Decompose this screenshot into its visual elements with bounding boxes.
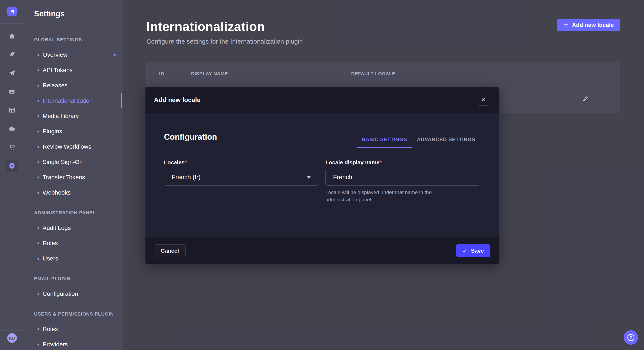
configuration-header-row: Configuration BASIC SETTINGS ADVANCED SE… [164,113,480,148]
close-button[interactable]: ✕ [478,94,489,106]
display-name-field: Locale display name* Locale will be disp… [326,159,480,203]
tab-basic-settings[interactable]: BASIC SETTINGS [357,137,412,148]
add-locale-modal: Add new locale ✕ Configuration BASIC SET… [146,87,499,264]
tab-advanced-settings[interactable]: ADVANCED SETTINGS [412,137,480,148]
locales-field: Locales* French (fr) [164,159,319,203]
display-name-input[interactable] [326,169,480,186]
close-icon: ✕ [481,97,486,103]
caret-down-icon [306,176,311,179]
configuration-title: Configuration [164,133,217,148]
display-name-label: Locale display name* [326,159,480,166]
settings-tabs: BASIC SETTINGS ADVANCED SETTINGS [357,137,480,148]
required-asterisk: * [185,159,187,166]
locales-label: Locales* [164,159,319,166]
locales-select[interactable]: French (fr) [164,169,319,186]
check-icon: ✓ [462,247,468,254]
required-asterisk: * [380,159,382,166]
modal-body: Configuration BASIC SETTINGS ADVANCED SE… [146,113,499,237]
cancel-button[interactable]: Cancel [154,244,186,257]
modal-footer: Cancel ✓ Save [146,237,499,264]
save-button[interactable]: ✓ Save [456,244,490,257]
modal-title: Add new locale [154,96,200,104]
locales-select-value: French (fr) [172,174,200,181]
display-name-hint: Locale will be displayed under that name… [326,189,462,203]
strapi-admin-app: KD Settings GLOBAL SETTINGS Overview API… [0,0,644,350]
modal-header: Add new locale ✕ [146,87,499,113]
save-button-label: Save [471,247,484,254]
